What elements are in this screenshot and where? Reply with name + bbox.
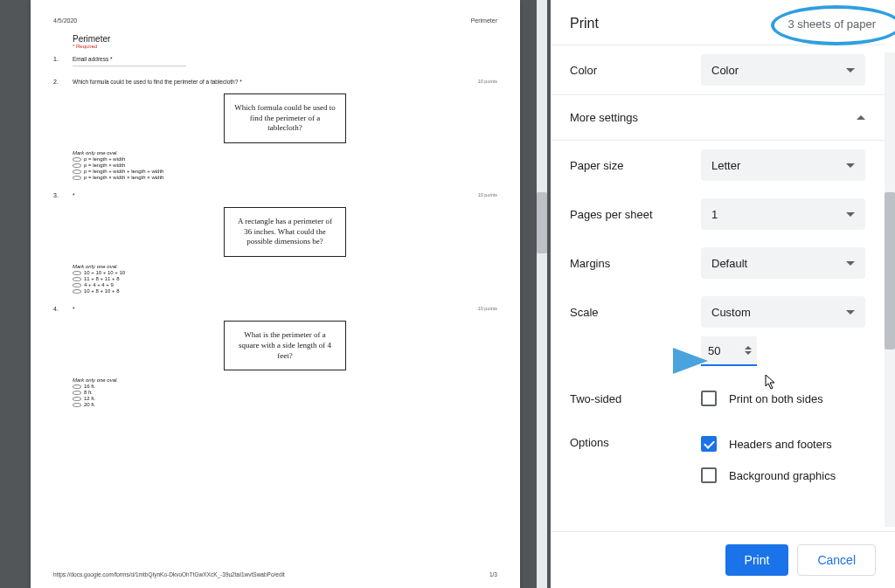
paper-size-select[interactable]: Letter (701, 149, 865, 181)
q3-card: A rectangle has a perimeter of 36 inches… (224, 207, 346, 257)
scale-custom-input[interactable]: 50 (701, 336, 757, 366)
q4-opt-3: 20 ft. (73, 402, 497, 407)
paper-size-label: Paper size (570, 159, 701, 172)
preview-scroll-thumb[interactable] (537, 192, 547, 253)
margins-label: Margins (570, 257, 701, 270)
q4-opt-2: 12 ft. (73, 396, 497, 401)
two-sided-checkbox[interactable] (701, 391, 717, 406)
q3-text: * (73, 192, 497, 198)
panel-body: Color Color More settings Paper size Let… (551, 44, 895, 531)
panel-header: Print 3 sheets of paper (551, 0, 895, 44)
q3-num: 3. (53, 192, 73, 294)
q4-mark: Mark only one oval. (73, 377, 497, 383)
q4-num: 4. (53, 306, 73, 407)
chevron-down-icon (846, 163, 855, 168)
headers-footers-label: Headers and footers (729, 438, 832, 451)
two-sided-check-label: Print on both sides (729, 392, 823, 405)
chevron-down-icon (846, 212, 855, 217)
q1-input-line (73, 66, 186, 66)
chevron-up-icon (857, 115, 865, 120)
background-graphics-checkbox[interactable] (701, 467, 717, 483)
q4-card: What is the perimeter of a square with a… (224, 321, 346, 370)
options-label: Options (570, 436, 701, 449)
q1-num: 1. (53, 56, 73, 66)
preview-date: 4/5/2020 (53, 17, 77, 24)
required-note: * Required (73, 44, 497, 49)
q4-points: 10 points (478, 306, 497, 311)
q3-opt-3: 10 + 8 + 10 + 8 (73, 288, 497, 294)
panel-scrollbar[interactable] (885, 52, 895, 527)
q4-opt-1: 8 ft. (73, 390, 497, 395)
options-row: Options Headers and footers Background g… (551, 422, 885, 497)
preview-page-1: 4/5/2020 Perimeter Perimeter * Required … (31, 0, 520, 588)
spin-up-icon[interactable] (745, 346, 752, 349)
preview-scrollbar[interactable] (537, 0, 547, 588)
q3-opt-2: 4 + 4 + 4 + 9 (73, 282, 497, 287)
footer-url: https://docs.google.com/forms/d/1mtbQIyn… (53, 571, 285, 578)
color-select[interactable]: Color (701, 54, 865, 86)
q1-text: Email address * (73, 56, 497, 62)
spin-down-icon[interactable] (745, 351, 752, 355)
chevron-down-icon (846, 261, 855, 266)
scale-select[interactable]: Custom (701, 296, 865, 328)
q2-opt-1: p = length × width (73, 163, 497, 168)
print-button[interactable]: Print (725, 544, 789, 576)
q2-opt-0: p = length + width (73, 156, 497, 162)
q4-text: * (73, 306, 497, 312)
scale-row: Scale Custom (551, 287, 885, 336)
two-sided-row: Two-sided Print on both sides (551, 375, 885, 422)
footer-page: 1/3 (489, 571, 497, 578)
q3-opt-0: 10 + 10 + 10 + 10 (73, 270, 497, 275)
q3-points: 10 points (478, 192, 497, 197)
margins-select[interactable]: Default (701, 247, 865, 279)
panel-title: Print (570, 16, 599, 31)
color-row: Color Color (551, 45, 885, 94)
q3-opt-1: 11 + 8 + 11 + 8 (73, 276, 497, 281)
print-preview-pane: 4/5/2020 Perimeter Perimeter * Required … (0, 0, 551, 588)
q4-opt-0: 16 ft. (73, 384, 497, 389)
more-settings-toggle[interactable]: More settings (551, 94, 885, 140)
form-title: Perimeter (73, 34, 497, 44)
q2-opt-2: p = length + width + length + width (73, 169, 497, 174)
print-panel: Print 3 sheets of paper Color Color More… (551, 0, 895, 588)
q2-mark: Mark only one oval. (73, 150, 497, 156)
q2-opt-3: p = length × width × length × width (73, 175, 497, 180)
pps-select[interactable]: 1 (701, 198, 865, 230)
cancel-button[interactable]: Cancel (797, 544, 876, 576)
color-label: Color (570, 64, 701, 77)
chevron-down-icon (846, 310, 855, 315)
pps-label: Pages per sheet (570, 208, 701, 221)
panel-footer: Print Cancel (551, 531, 895, 588)
headers-footers-checkbox[interactable] (701, 436, 717, 452)
chevron-down-icon (846, 68, 855, 73)
two-sided-label: Two-sided (570, 392, 701, 405)
scale-custom-row: 50 (551, 336, 885, 375)
panel-scroll-thumb[interactable] (885, 192, 895, 349)
sheets-of-paper: 3 sheets of paper (788, 17, 876, 31)
background-graphics-label: Background graphics (729, 469, 836, 482)
q2-text: Which formula could be used to find the … (73, 79, 497, 85)
paper-size-row: Paper size Letter (551, 140, 885, 190)
q2-card: Which formula could be used to find the … (224, 93, 346, 143)
pages-per-sheet-row: Pages per sheet 1 (551, 190, 885, 239)
q2-points: 10 points (478, 79, 497, 84)
q3-mark: Mark only one oval. (73, 264, 497, 269)
scale-label: Scale (570, 306, 701, 319)
margins-row: Margins Default (551, 239, 885, 287)
q2-num: 2. (53, 79, 73, 180)
preview-doc-title: Perimeter (471, 17, 497, 24)
